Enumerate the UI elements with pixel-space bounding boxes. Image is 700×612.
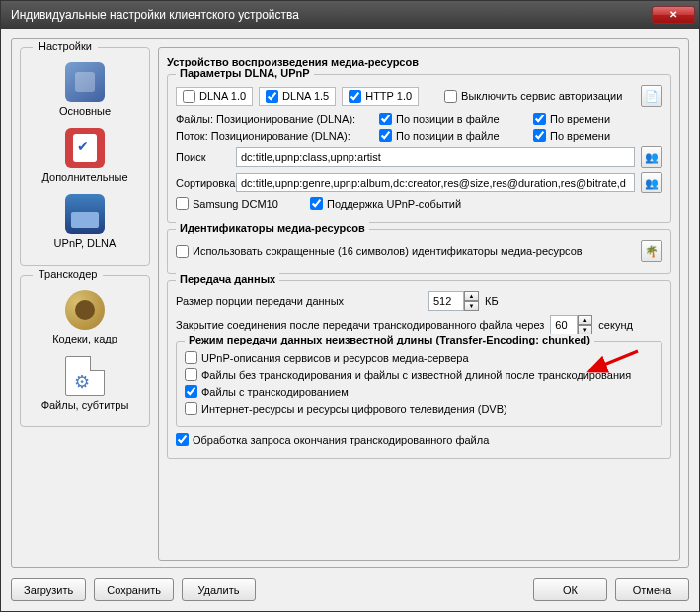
chunk-size-unit: КБ	[485, 295, 499, 307]
ids-settings-icon[interactable]: 🌴	[641, 240, 662, 262]
people-icon: 👥	[645, 177, 659, 190]
save-button[interactable]: Сохранить	[94, 578, 174, 601]
people-icon: 👥	[645, 151, 659, 164]
delete-button[interactable]: Удалить	[182, 578, 256, 601]
sort-label: Сортировка	[176, 177, 230, 189]
close-conn-unit: секунд	[598, 319, 633, 331]
cb-stream-by-time[interactable]: По времени	[533, 129, 610, 142]
nav-files[interactable]: Файлы, субтитры	[25, 352, 145, 419]
codec-icon	[65, 290, 105, 330]
close-button[interactable]: ✕	[652, 6, 695, 24]
group-dlna: Параметры DLNA, UPnP DLNA 1.0 DLNA 1.5 H…	[167, 74, 671, 223]
sort-browse-icon[interactable]: 👥	[641, 172, 662, 193]
nav-extra[interactable]: Дополнительные	[25, 124, 145, 191]
cb-disable-auth[interactable]: Выключить сервис авторизации	[444, 90, 622, 103]
cb-internet-dvb[interactable]: Интернет-ресурсы и ресурсы цифрового тел…	[185, 402, 507, 415]
sidebar-group-title-transcoder: Транскодер	[33, 268, 103, 280]
cb-samsung[interactable]: Samsung DCM10	[176, 197, 304, 210]
chunk-size-input[interactable]	[428, 291, 464, 311]
chunk-size-label: Размер порции передачи данных	[176, 295, 423, 307]
footer: Загрузить Сохранить Удалить ОК Отмена	[11, 578, 689, 601]
stream-pos-label: Поток: Позиционирование (DLNA):	[176, 130, 373, 142]
search-label: Поиск	[176, 151, 230, 163]
ok-button[interactable]: ОК	[533, 578, 607, 601]
cb-files-by-time[interactable]: По времени	[533, 113, 610, 125]
files-pos-label: Файлы: Позиционирование (DLNA):	[176, 114, 373, 125]
upnp-icon	[65, 194, 105, 234]
nav-codecs[interactable]: Кодеки, кадр	[25, 286, 145, 352]
extra-icon	[65, 128, 105, 168]
cb-upnp-desc[interactable]: UPnP-описания сервисов и ресурсов медиа-…	[185, 351, 469, 364]
chunk-size-spinner[interactable]: ▲▼	[428, 291, 479, 311]
files-icon	[65, 356, 105, 396]
search-browse-icon[interactable]: 👥	[641, 146, 662, 168]
sort-input[interactable]	[236, 173, 635, 192]
gear-icon: 📄	[645, 90, 659, 103]
cb-no-transcode[interactable]: Файлы без транскодирования и файлы с изв…	[185, 368, 631, 381]
cb-short-ids[interactable]: Использовать сокращенные (16 символов) и…	[176, 245, 583, 258]
sidebar: Настройки Основные Дополнительные	[20, 47, 150, 561]
close-conn-label: Закрытие соединения после передачи транс…	[176, 319, 544, 331]
cancel-button[interactable]: Отмена	[615, 578, 689, 601]
titlebar: Индивидуальные настройки клиентского уст…	[1, 1, 699, 29]
group-chunked: Режим передачи данных неизвестной длины …	[176, 341, 662, 427]
cb-http10[interactable]: HTTP 1.0	[342, 87, 419, 106]
close-conn-spinner[interactable]: ▲▼	[550, 315, 592, 335]
sidebar-group-title-settings: Настройки	[33, 40, 98, 52]
cb-with-transcode[interactable]: Файлы с транскодированием	[185, 385, 349, 398]
close-conn-input[interactable]	[550, 315, 578, 335]
chunk-down[interactable]: ▼	[464, 301, 479, 311]
group-transfer: Передача данных Размер порции передачи д…	[167, 280, 671, 459]
dlna-settings-icon[interactable]: 📄	[641, 85, 662, 107]
search-input[interactable]	[236, 147, 635, 167]
group-ids: Идентификаторы медиа-ресурсов Использова…	[167, 229, 671, 274]
cb-stream-by-pos[interactable]: По позиции в файле	[379, 129, 527, 142]
nav-basic[interactable]: Основные	[25, 58, 145, 124]
basic-icon	[65, 62, 105, 102]
chunk-up[interactable]: ▲	[464, 291, 479, 301]
cb-eof-request[interactable]: Обработка запроса окончания транскодиров…	[176, 433, 489, 446]
nav-upnp[interactable]: UPnP, DLNA	[25, 191, 145, 257]
cb-files-by-pos[interactable]: По позиции в файле	[379, 113, 527, 125]
load-button[interactable]: Загрузить	[11, 578, 86, 601]
cb-dlna10[interactable]: DLNA 1.0	[176, 87, 253, 106]
cb-dlna15[interactable]: DLNA 1.5	[259, 87, 336, 106]
window-title: Индивидуальные настройки клиентского уст…	[11, 8, 299, 22]
conn-up[interactable]: ▲	[578, 315, 592, 325]
cb-upnp-events[interactable]: Поддержка UPnP-событий	[310, 197, 461, 210]
palm-icon: 🌴	[645, 245, 659, 258]
